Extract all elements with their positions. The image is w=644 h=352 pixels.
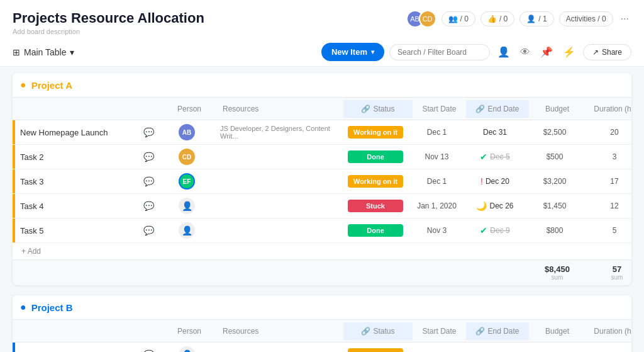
col-status-b: 🔗 Status	[343, 322, 413, 340]
row-person[interactable]: CD	[158, 146, 215, 167]
chevron-down-icon: ▾	[70, 47, 74, 57]
filter-icon[interactable]: ⚡	[560, 45, 578, 59]
row-enddate[interactable]: ✔ Dec 5	[464, 148, 526, 166]
row-status[interactable]: Working on it	[341, 173, 410, 190]
row-startdate[interactable]: Nov 3	[410, 222, 464, 239]
col-status-a: 🔗 Status	[343, 100, 413, 118]
row-status[interactable]: Working on it	[341, 346, 410, 352]
row-person[interactable]: 👤	[158, 195, 215, 217]
row-name[interactable]: Task 1	[15, 346, 138, 353]
row-enddate[interactable]: ! Dec 20	[464, 173, 526, 190]
like-icon: 👍	[487, 14, 497, 23]
table-row[interactable]: Task 5 💬 👤 Done Nov 3 ✔ Dec 9 $800 5	[13, 219, 631, 243]
col-duration-b: Duration (hrs)	[586, 322, 631, 340]
row-enddate[interactable]: ✔ Dec 9	[464, 222, 526, 239]
table-grid-icon: ⊞	[13, 47, 20, 57]
avatar-group[interactable]: AB CD	[406, 10, 436, 28]
share-button[interactable]: ↗ Share	[583, 44, 631, 60]
row-status[interactable]: Stuck	[341, 197, 410, 215]
end-date-value: Dec 26	[489, 202, 513, 210]
col-headers-a: Person Resources 🔗 Status Start Date 🔗 E…	[13, 97, 631, 120]
table-row[interactable]: New Homepage Launch 💬 AB JS Developer, 2…	[13, 120, 631, 145]
row-status[interactable]: Working on it	[341, 123, 410, 141]
person-avatar[interactable]: AB	[179, 124, 195, 140]
row-chat-icon[interactable]: 💬	[138, 349, 158, 352]
row-person[interactable]: 👤	[158, 344, 215, 352]
row-person[interactable]: 👤	[158, 220, 215, 241]
row-status[interactable]: Done	[341, 148, 410, 166]
row-chat-icon[interactable]: 💬	[138, 201, 158, 211]
row-budget: $3,200	[526, 173, 583, 190]
activities-button[interactable]: Activities / 0	[559, 11, 613, 26]
person-avatar[interactable]: EF	[179, 173, 195, 190]
row-duration: 17	[583, 173, 631, 190]
avatar-2[interactable]: CD	[419, 10, 436, 28]
row-startdate[interactable]: Dec 1	[410, 124, 464, 140]
person-avatar[interactable]: 👤	[179, 346, 195, 352]
invite-button[interactable]: 👥 / 0	[441, 11, 475, 26]
add-row-a[interactable]: + Add	[13, 243, 631, 259]
person-avatar[interactable]: CD	[179, 149, 195, 165]
row-status[interactable]: Done	[341, 222, 410, 239]
search-input[interactable]	[389, 44, 490, 60]
table-row[interactable]: Task 2 💬 CD Done Nov 13 ✔ Dec 5 $500 3	[13, 145, 631, 169]
table-row[interactable]: Task 4 💬 👤 Stuck Jan 1, 2020 🌙 Dec 26 $1…	[13, 194, 631, 219]
end-date-ok-icon: ✔	[480, 225, 487, 236]
new-item-button[interactable]: New Item ▾	[321, 43, 384, 61]
summary-budget-a: $8,450 sum	[529, 260, 586, 285]
group-b-title[interactable]: Project B	[31, 302, 73, 313]
row-name[interactable]: Task 2	[15, 149, 138, 166]
group-b-header: ● Project B	[13, 295, 631, 319]
row-resources	[215, 227, 341, 234]
row-enddate[interactable]: 🌙 Dec 26	[464, 197, 526, 215]
row-person[interactable]: EF	[158, 171, 215, 192]
status-badge: Stuck	[348, 200, 403, 212]
row-duration: 20	[583, 124, 631, 140]
group-a-toggle[interactable]: ●	[20, 79, 26, 91]
person-search-icon[interactable]: 👤	[495, 45, 513, 59]
col-name-b	[15, 327, 141, 336]
toolbar-right: New Item ▾ 👤 👁 📌 ⚡ ↗ Share	[321, 43, 631, 61]
board-description[interactable]: Add board description	[13, 28, 204, 35]
main-table-button[interactable]: ⊞ Main Table ▾	[13, 47, 74, 57]
app-container: Projects Resource Allocation Add board d…	[0, 0, 644, 352]
row-resources	[215, 202, 341, 210]
col-budget-b: Budget	[529, 322, 586, 340]
col-person-b: Person	[161, 322, 218, 340]
row-name[interactable]: Task 4	[15, 198, 138, 215]
row-chat-icon[interactable]: 💬	[138, 127, 158, 137]
status-badge: Working on it	[348, 175, 403, 188]
row-chat-icon[interactable]: 💬	[138, 152, 158, 162]
col-resources-b: Resources	[218, 322, 343, 340]
more-options-button[interactable]: ···	[618, 12, 631, 26]
row-startdate[interactable]: Nov 13	[410, 149, 464, 165]
rows-group-b: Task 1 💬 👤 Working on it Task 2 💬 👤 Done	[13, 343, 631, 352]
row-startdate[interactable]: Dec 1	[410, 173, 464, 190]
table-row[interactable]: Task 3 💬 EF Working on it Dec 1 ! Dec 20…	[13, 169, 631, 194]
likes-button[interactable]: 👍 / 0	[480, 11, 514, 26]
group-project-a: ● Project A Person Resources 🔗 Status St…	[13, 73, 631, 285]
row-enddate[interactable]: Dec 31	[464, 124, 526, 140]
row-person[interactable]: AB	[158, 122, 215, 143]
pin-icon[interactable]: 📌	[538, 45, 555, 59]
rows-group-a: New Homepage Launch 💬 AB JS Developer, 2…	[13, 120, 631, 243]
group-b-toggle[interactable]: ●	[20, 302, 26, 313]
row-chat-icon[interactable]: 💬	[138, 225, 158, 236]
page-title: Projects Resource Allocation	[13, 10, 204, 26]
row-name[interactable]: Task 5	[15, 222, 138, 239]
team-button[interactable]: 👤 / 1	[519, 11, 553, 26]
eye-icon[interactable]: 👁	[518, 45, 533, 59]
col-startdate-b: Start Date	[413, 322, 466, 340]
summary-duration-a: 57 sum	[586, 260, 631, 285]
row-startdate[interactable]: Jan 1, 2020	[410, 198, 464, 214]
row-name[interactable]: New Homepage Launch	[15, 124, 138, 141]
group-a-title[interactable]: Project A	[31, 80, 72, 91]
row-budget: $1,450	[526, 198, 583, 214]
row-budget: $500	[526, 149, 583, 165]
person-avatar[interactable]: 👤	[179, 222, 195, 239]
end-date-value: Dec 5	[490, 152, 509, 161]
table-row[interactable]: Task 1 💬 👤 Working on it	[13, 343, 631, 352]
row-name[interactable]: Task 3	[15, 173, 138, 190]
row-chat-icon[interactable]: 💬	[138, 176, 158, 186]
person-avatar[interactable]: 👤	[179, 198, 195, 214]
